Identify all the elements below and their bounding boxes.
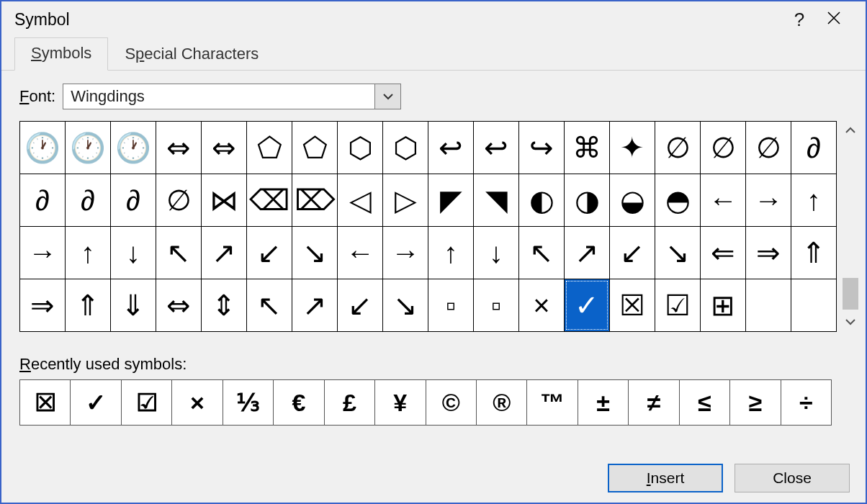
symbol-cell[interactable]: ↖ — [519, 227, 564, 279]
scrollbar[interactable] — [841, 121, 860, 331]
symbol-cell[interactable]: → — [20, 227, 65, 279]
tab-symbols[interactable]: Symbols — [14, 37, 108, 71]
symbol-cell[interactable]: ⌘ — [565, 122, 609, 174]
recent-symbol-cell[interactable]: € — [274, 380, 323, 425]
symbol-cell[interactable]: ∅ — [746, 122, 791, 174]
symbol-cell[interactable]: ↓ — [111, 227, 156, 279]
symbol-cell[interactable]: 🕐 — [20, 122, 65, 174]
symbol-cell[interactable]: ↩ — [474, 122, 518, 174]
symbol-cell[interactable]: ⬠ — [247, 122, 292, 174]
symbol-cell[interactable]: ▷ — [383, 174, 428, 226]
symbol-cell[interactable]: ↩ — [428, 122, 473, 174]
symbol-cell[interactable]: ⊞ — [701, 279, 745, 331]
symbol-cell[interactable]: ∂ — [66, 174, 110, 226]
recent-symbol-cell[interactable]: ® — [477, 380, 526, 425]
symbol-cell[interactable]: ⇓ — [111, 279, 156, 331]
scroll-down-button[interactable] — [841, 312, 860, 331]
symbol-cell[interactable]: ⇑ — [791, 227, 836, 279]
symbol-cell[interactable]: ⇒ — [20, 279, 65, 331]
symbol-cell[interactable]: ← — [701, 174, 745, 226]
recent-symbol-cell[interactable]: ≤ — [680, 380, 729, 425]
symbol-cell[interactable]: ↑ — [66, 227, 110, 279]
symbol-cell[interactable]: 🕐 — [111, 122, 156, 174]
symbol-cell[interactable]: ↙ — [247, 227, 292, 279]
symbol-cell[interactable]: ⇔ — [156, 122, 201, 174]
symbol-cell[interactable]: ∅ — [655, 122, 700, 174]
symbol-cell[interactable]: ⇔ — [156, 279, 201, 331]
symbol-cell[interactable]: ∂ — [791, 122, 836, 174]
symbol-cell[interactable]: ↑ — [791, 174, 836, 226]
symbol-cell[interactable]: → — [746, 174, 791, 226]
symbol-cell[interactable]: ⬡ — [338, 122, 382, 174]
symbol-cell[interactable]: ↑ — [428, 227, 473, 279]
recent-symbol-cell[interactable]: ☒ — [20, 380, 70, 425]
recent-symbol-cell[interactable]: ≠ — [629, 380, 678, 425]
symbol-cell[interactable]: ⇔ — [202, 122, 246, 174]
symbol-cell[interactable]: ∂ — [111, 174, 156, 226]
recent-symbol-cell[interactable]: ≥ — [730, 380, 780, 425]
symbol-cell[interactable]: ↓ — [474, 227, 518, 279]
symbol-cell[interactable]: ◥ — [474, 174, 518, 226]
symbol-cell[interactable]: ◁ — [338, 174, 382, 226]
symbol-cell[interactable]: ← — [338, 227, 382, 279]
symbol-cell[interactable]: ⇕ — [202, 279, 246, 331]
symbol-cell[interactable]: ∂ — [20, 174, 65, 226]
scroll-up-button[interactable] — [841, 121, 860, 140]
symbol-cell[interactable]: ◤ — [428, 174, 473, 226]
recent-symbol-cell[interactable]: ✓ — [71, 380, 120, 425]
symbol-cell[interactable]: ↪ — [519, 122, 564, 174]
recent-symbol-cell[interactable]: ± — [578, 380, 628, 425]
font-dropdown-button[interactable] — [374, 84, 400, 109]
recent-symbol-cell[interactable]: £ — [325, 380, 374, 425]
symbol-cell[interactable]: ↗ — [202, 227, 246, 279]
close-button[interactable]: Close — [735, 464, 850, 492]
symbol-cell[interactable]: ⌦ — [292, 174, 337, 226]
symbol-cell[interactable]: ↘ — [655, 227, 700, 279]
symbol-cell[interactable]: ◑ — [565, 174, 609, 226]
recent-symbol-cell[interactable]: ☑ — [122, 380, 171, 425]
symbol-cell[interactable]: ◐ — [519, 174, 564, 226]
recent-symbol-cell[interactable]: © — [426, 380, 476, 425]
symbol-cell[interactable]: ↗ — [565, 227, 609, 279]
symbol-cell[interactable]: ⇒ — [746, 227, 791, 279]
symbol-cell[interactable]: ↙ — [610, 227, 655, 279]
recent-symbol-cell[interactable]: ¥ — [375, 380, 425, 425]
symbol-cell[interactable]: 🕐 — [66, 122, 110, 174]
recent-symbol-cell[interactable]: ™ — [527, 380, 577, 425]
symbol-cell[interactable]: ✦ — [610, 122, 655, 174]
symbol-cell[interactable]: ∅ — [156, 174, 201, 226]
symbol-cell[interactable]: ◒ — [610, 174, 655, 226]
symbol-cell[interactable]: ◓ — [655, 174, 700, 226]
symbol-cell[interactable] — [746, 279, 791, 331]
symbol-cell[interactable]: → — [383, 227, 428, 279]
scroll-track[interactable] — [841, 140, 860, 312]
symbol-cell[interactable]: ↗ — [292, 279, 337, 331]
help-button[interactable]: ? — [782, 9, 817, 31]
symbol-cell[interactable]: ↘ — [383, 279, 428, 331]
symbol-cell[interactable]: ☒ — [610, 279, 655, 331]
symbol-cell[interactable]: ∅ — [701, 122, 745, 174]
recent-symbol-cell[interactable]: × — [172, 380, 222, 425]
symbol-cell[interactable]: ▫ — [474, 279, 518, 331]
symbol-cell[interactable] — [791, 279, 836, 331]
symbol-cell[interactable]: ⇐ — [701, 227, 745, 279]
symbol-cell[interactable]: ↙ — [338, 279, 382, 331]
symbol-cell[interactable]: ▫ — [428, 279, 473, 331]
symbol-cell[interactable]: ☑ — [655, 279, 700, 331]
symbol-cell[interactable]: ⋈ — [202, 174, 246, 226]
symbol-cell[interactable]: ✓ — [565, 279, 609, 331]
symbol-cell[interactable]: ⇑ — [66, 279, 110, 331]
font-select[interactable]: Wingdings — [63, 84, 401, 109]
symbol-cell[interactable]: × — [519, 279, 564, 331]
symbol-cell[interactable]: ↖ — [247, 279, 292, 331]
scroll-thumb[interactable] — [843, 278, 858, 310]
symbol-cell[interactable]: ↖ — [156, 227, 201, 279]
symbol-cell[interactable]: ⬠ — [292, 122, 337, 174]
symbol-cell[interactable]: ⌫ — [247, 174, 292, 226]
recent-symbol-cell[interactable]: ⅓ — [223, 380, 273, 425]
symbol-cell[interactable]: ⬡ — [383, 122, 428, 174]
tab-special-characters[interactable]: Special Characters — [108, 38, 275, 71]
symbol-cell[interactable]: ↘ — [292, 227, 337, 279]
insert-button[interactable]: Insert — [608, 464, 723, 492]
close-window-button[interactable] — [817, 9, 851, 30]
